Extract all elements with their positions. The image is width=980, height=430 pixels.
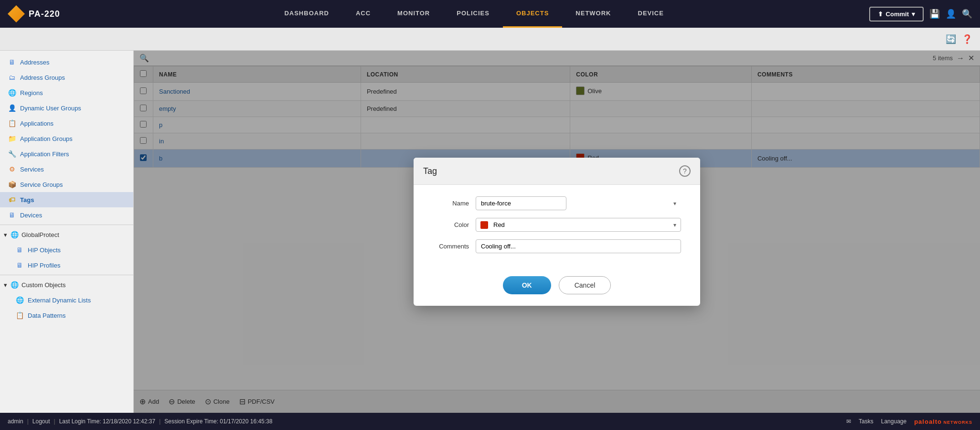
sidebar-item-hip-profiles[interactable]: 🖥 HIP Profiles xyxy=(0,258,133,273)
nav-right-actions: ⬆ Commit ▾ 💾 👤 🔍 xyxy=(869,7,972,22)
sidebar-item-application-filters-label: Application Filters xyxy=(20,150,69,158)
sidebar-item-application-filters[interactable]: 🔧 Application Filters xyxy=(0,146,133,161)
name-label: Name xyxy=(433,200,476,207)
sidebar-item-service-groups[interactable]: 📦 Service Groups xyxy=(0,177,133,192)
color-select[interactable]: None Red Green Blue Yellow Cyan Orange P… xyxy=(476,218,681,232)
language-link[interactable]: Language xyxy=(881,418,906,425)
nav-monitor[interactable]: MONITOR xyxy=(384,0,443,28)
status-bar-left: admin | Logout | Last Login Time: 12/18/… xyxy=(8,418,846,425)
tag-dialog: Tag ? Name ▾ Color xyxy=(414,158,700,306)
sidebar-item-services[interactable]: ⚙ Services xyxy=(0,161,133,177)
last-login-text: Last Login Time: 12/18/2020 12:42:37 xyxy=(59,418,156,425)
nav-objects[interactable]: OBJECTS xyxy=(503,0,562,28)
commit-button[interactable]: ⬆ Commit ▾ xyxy=(869,7,924,22)
content-area: 🔍 5 items → ✕ NAME LOCATION COLOR COMMEN… xyxy=(134,51,980,413)
service-groups-icon: 📦 xyxy=(8,180,16,189)
sidebar-item-data-patterns-label: Data Patterns xyxy=(28,312,66,319)
name-chevron-icon: ▾ xyxy=(673,200,676,207)
color-select-wrapper: None Red Green Blue Yellow Cyan Orange P… xyxy=(476,218,681,232)
sidebar-item-tags[interactable]: 🏷 Tags xyxy=(0,192,133,207)
sidebar-item-applications[interactable]: 📋 Applications xyxy=(0,116,133,131)
nav-acc[interactable]: ACC xyxy=(342,0,384,28)
sidebar-group-globalprotect-label: GlobalProtect xyxy=(21,231,59,238)
name-select-wrapper: ▾ xyxy=(476,196,681,210)
regions-icon: 🌐 xyxy=(8,88,16,97)
app-logo: PA-220 xyxy=(8,5,60,22)
tasks-link[interactable]: Tasks xyxy=(859,418,873,425)
dynamic-user-groups-icon: 👤 xyxy=(8,104,16,112)
color-label: Color xyxy=(433,221,476,228)
modal-header: Tag ? xyxy=(414,158,700,185)
services-icon: ⚙ xyxy=(8,165,16,173)
name-row: Name ▾ xyxy=(433,196,681,210)
session-expire-text: Session Expire Time: 01/17/2020 16:45:38 xyxy=(164,418,272,425)
modal-overlay: Tag ? Name ▾ Color xyxy=(134,51,980,413)
logo-icon xyxy=(8,5,25,22)
sidebar-item-addresses-label: Addresses xyxy=(20,59,49,66)
sidebar: 🖥 Addresses 🗂 Address Groups 🌐 Regions 👤… xyxy=(0,51,134,413)
hip-profiles-icon: 🖥 xyxy=(15,261,24,269)
sidebar-item-address-groups[interactable]: 🗂 Address Groups xyxy=(0,70,133,85)
nav-items: DASHBOARD ACC MONITOR POLICIES OBJECTS N… xyxy=(79,0,869,28)
color-row: Color None Red Green Blue Yellow Cyan Or… xyxy=(433,218,681,232)
sidebar-item-regions[interactable]: 🌐 Regions xyxy=(0,85,133,100)
hip-objects-icon: 🖥 xyxy=(15,246,24,254)
sidebar-item-application-groups-label: Application Groups xyxy=(20,135,73,142)
main-layout: 🖥 Addresses 🗂 Address Groups 🌐 Regions 👤… xyxy=(0,51,980,413)
sidebar-item-devices-label: Devices xyxy=(20,212,42,219)
modal-help-icon[interactable]: ? xyxy=(679,165,691,177)
sidebar-item-address-groups-label: Address Groups xyxy=(20,74,65,81)
nav-policies[interactable]: POLICIES xyxy=(443,0,503,28)
sidebar-item-hip-objects[interactable]: 🖥 HIP Objects xyxy=(0,242,133,258)
sidebar-divider-1 xyxy=(0,225,133,225)
toolbar: 🔄 ❓ xyxy=(0,28,980,51)
refresh-icon[interactable]: 🔄 xyxy=(946,34,956,44)
admin-label[interactable]: admin xyxy=(8,418,23,425)
nav-dashboard[interactable]: DASHBOARD xyxy=(271,0,342,28)
search-icon[interactable]: 🔍 xyxy=(962,9,972,19)
data-patterns-icon: 📋 xyxy=(15,311,24,320)
user-icon[interactable]: 👤 xyxy=(946,9,956,19)
sidebar-item-dynamic-user-groups[interactable]: 👤 Dynamic User Groups xyxy=(0,100,133,116)
sidebar-item-service-groups-label: Service Groups xyxy=(20,181,63,188)
status-bar: admin | Logout | Last Login Time: 12/18/… xyxy=(0,413,980,430)
tags-icon: 🏷 xyxy=(8,195,16,204)
mail-icon[interactable]: ✉ xyxy=(846,418,851,425)
name-input[interactable] xyxy=(476,196,566,210)
globalprotect-chevron-icon: ▾ xyxy=(4,231,7,238)
ok-button[interactable]: OK xyxy=(503,276,551,294)
sidebar-item-hip-profiles-label: HIP Profiles xyxy=(28,262,60,269)
top-navigation: PA-220 DASHBOARD ACC MONITOR POLICIES OB… xyxy=(0,0,980,28)
sidebar-item-application-groups[interactable]: 📁 Application Groups xyxy=(0,131,133,146)
devices-icon: 🖥 xyxy=(8,211,16,219)
comments-label: Comments xyxy=(433,243,476,250)
custom-objects-icon: 🌐 xyxy=(10,280,19,289)
modal-body: Name ▾ Color None Red xyxy=(414,185,700,269)
modal-footer: OK Cancel xyxy=(414,269,700,306)
app-title: PA-220 xyxy=(29,9,60,19)
cancel-button[interactable]: Cancel xyxy=(559,276,611,294)
sidebar-item-devices[interactable]: 🖥 Devices xyxy=(0,207,133,223)
paloalto-logo: paloalto NETWORKS xyxy=(914,418,972,425)
nav-device[interactable]: DEVICE xyxy=(625,0,677,28)
logout-link[interactable]: Logout xyxy=(32,418,50,425)
external-dynamic-lists-icon: 🌐 xyxy=(15,296,24,304)
sidebar-divider-2 xyxy=(0,275,133,275)
sidebar-group-globalprotect[interactable]: ▾ 🌐 GlobalProtect xyxy=(0,227,133,242)
save-config-icon[interactable]: 💾 xyxy=(929,9,940,19)
sidebar-item-external-dynamic-lists[interactable]: 🌐 External Dynamic Lists xyxy=(0,292,133,308)
addresses-icon: 🖥 xyxy=(8,58,16,66)
sidebar-item-addresses[interactable]: 🖥 Addresses xyxy=(0,54,133,70)
applications-icon: 📋 xyxy=(8,119,16,128)
application-filters-icon: 🔧 xyxy=(8,150,16,158)
help-icon[interactable]: ❓ xyxy=(962,34,972,44)
sidebar-item-regions-label: Regions xyxy=(20,89,43,97)
sidebar-item-data-patterns[interactable]: 📋 Data Patterns xyxy=(0,308,133,323)
sidebar-item-tags-label: Tags xyxy=(20,196,34,204)
sidebar-group-custom-objects[interactable]: ▾ 🌐 Custom Objects xyxy=(0,277,133,292)
commit-icon: ⬆ xyxy=(878,11,883,18)
modal-title: Tag xyxy=(423,166,437,176)
commit-dropdown-icon: ▾ xyxy=(912,11,915,18)
comments-input[interactable] xyxy=(476,239,681,253)
nav-network[interactable]: NETWORK xyxy=(562,0,624,28)
